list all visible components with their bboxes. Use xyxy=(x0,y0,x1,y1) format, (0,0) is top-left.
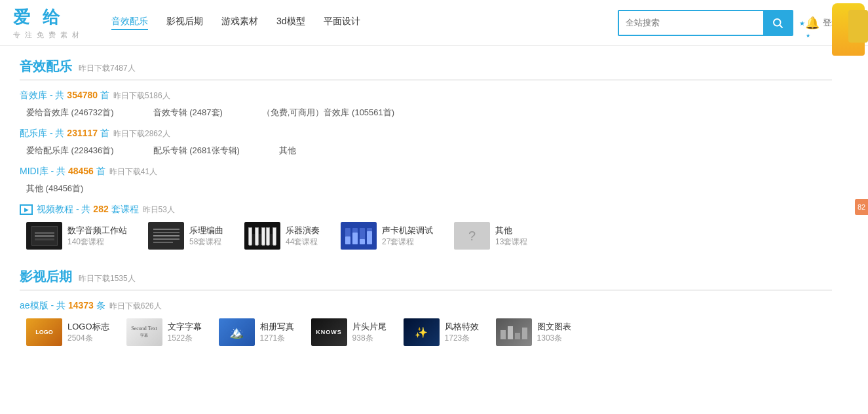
music-lib-header: 配乐库 - 共 231117 首 昨日下载2862人 xyxy=(20,128,832,140)
video-courses-link[interactable]: 视频教程 - 共 282 套课程 xyxy=(37,204,139,216)
main-content: 音效配乐 昨日下载7487人 音效库 - 共 354780 首 昨日下载5186… xyxy=(0,46,852,376)
nav-game[interactable]: 游戏素材 xyxy=(221,16,258,30)
course-name-mixer: 声卡机架调试 xyxy=(382,225,433,236)
course-name-other: 其他 xyxy=(495,225,527,236)
ae-thumb-style: ✨ xyxy=(404,318,440,346)
search-icon xyxy=(772,17,783,29)
ae-thumb-logo: LOGO xyxy=(26,318,62,346)
nav-video[interactable]: 影视后期 xyxy=(166,16,203,30)
music-lib-link-1[interactable]: 配乐专辑 (2681张专辑) xyxy=(153,145,240,157)
video-icon: ▶ xyxy=(20,204,33,215)
sound-section-title: 音效配乐 xyxy=(20,58,72,75)
course-info-piano: 乐器演奏 44套课程 xyxy=(286,225,320,248)
course-thumb-theory xyxy=(148,222,184,250)
course-name-piano: 乐器演奏 xyxy=(286,225,320,236)
ae-item-title[interactable]: KNOWS 片头片尾 938条 xyxy=(311,318,387,346)
sound-lib-link-0[interactable]: 爱给音效库 (246732首) xyxy=(26,107,114,119)
nav-3d[interactable]: 3d模型 xyxy=(276,16,305,30)
svg-line-1 xyxy=(780,25,782,28)
midi-lib-suffix: 首 xyxy=(94,166,105,176)
sound-section-stat: 昨日下载7487人 xyxy=(79,63,136,74)
video-section-title: 影视后期 xyxy=(20,268,72,286)
course-name-daw: 数字音频工作站 xyxy=(67,225,127,236)
course-thumb-daw xyxy=(26,222,62,250)
course-item-other[interactable]: ? 其他 13套课程 xyxy=(454,222,527,250)
sound-lib-subsection: 音效库 - 共 354780 首 昨日下载5186人 爱给音效库 (246732… xyxy=(20,90,832,119)
course-thumb-other: ? xyxy=(454,222,490,250)
header: 爱 给 专 注 免 费 素 材 音效配乐 影视后期 游戏素材 3d模型 平面设计… xyxy=(0,0,868,46)
nav-sound[interactable]: 音效配乐 xyxy=(111,16,148,30)
scroll-badge-text: 82 xyxy=(858,203,865,211)
bell-icon: 🔔 xyxy=(805,16,820,30)
sound-lib-stat: 昨日下载5186人 xyxy=(113,90,170,102)
ae-item-text[interactable]: Second Text字幕 文字字幕 1522条 xyxy=(126,318,202,346)
main-nav: 音效配乐 影视后期 游戏素材 3d模型 平面设计 xyxy=(111,16,360,30)
course-item-theory[interactable]: 乐理编曲 58套课程 xyxy=(148,222,223,250)
music-lib-link[interactable]: 配乐库 - 共 231117 首 xyxy=(20,128,109,140)
ae-stat: 昨日下载626人 xyxy=(109,301,162,312)
ae-name-chart: 图文图表 xyxy=(537,321,571,333)
ae-num: 14373 xyxy=(68,300,94,310)
midi-lib-subsection: MIDI库 - 共 48456 首 昨日下载41人 其他 (48456首) xyxy=(20,166,832,195)
midi-lib-num: 48456 xyxy=(68,166,94,176)
video-section-header: 影视后期 昨日下载1535人 xyxy=(20,268,832,291)
course-count-other: 13套课程 xyxy=(495,236,527,248)
course-count-daw: 140套课程 xyxy=(67,236,127,248)
ae-count-style: 1723条 xyxy=(445,333,479,344)
sound-lib-link-2[interactable]: （免费,可商用）音效库 (105561首) xyxy=(262,107,394,119)
sound-lib-links: 爱给音效库 (246732首) 音效专辑 (2487套) （免费,可商用）音效库… xyxy=(20,107,832,119)
search-button[interactable] xyxy=(763,11,792,35)
ae-name-title: 片头片尾 xyxy=(352,321,387,333)
midi-lib-link-0[interactable]: 其他 (48456首) xyxy=(26,183,83,195)
login-text[interactable]: 登录 xyxy=(823,17,840,29)
course-info-other: 其他 13套课程 xyxy=(495,225,527,248)
ae-count-logo: 2504条 xyxy=(67,333,109,344)
course-item-daw[interactable]: 数字音频工作站 140套课程 xyxy=(26,222,127,250)
course-count-theory: 58套课程 xyxy=(189,236,223,248)
sound-lib-link-1[interactable]: 音效专辑 (2487套) xyxy=(153,107,223,119)
sound-lib-suffix: 首 xyxy=(98,90,109,100)
music-lib-link-2[interactable]: 其他 xyxy=(279,145,296,157)
ae-link[interactable]: ae模版 - 共 14373 条 xyxy=(20,300,105,312)
music-lib-subsection: 配乐库 - 共 231117 首 昨日下载2862人 爱给配乐库 (228436… xyxy=(20,128,832,157)
logo-sub: 专 注 免 费 素 材 xyxy=(13,30,92,40)
ae-count-photo: 1271条 xyxy=(260,333,294,344)
ae-item-chart[interactable]: 图文图表 1303条 xyxy=(496,318,571,346)
music-lib-stat: 昨日下载2862人 xyxy=(113,128,170,140)
svg-point-0 xyxy=(774,19,781,26)
scroll-badge[interactable]: 82 xyxy=(855,199,868,215)
course-item-mixer[interactable]: 声卡机架调试 27套课程 xyxy=(341,222,433,250)
ae-item-style[interactable]: ✨ 风格特效 1723条 xyxy=(404,318,479,346)
ae-count-title: 938条 xyxy=(352,333,387,344)
search-box xyxy=(618,10,793,36)
course-item-piano[interactable]: 乐器演奏 44套课程 xyxy=(244,222,320,250)
ae-item-logo[interactable]: LOGO LOGO标志 2504条 xyxy=(26,318,109,346)
music-lib-link-0[interactable]: 爱给配乐库 (228436首) xyxy=(26,145,114,157)
sound-lib-link[interactable]: 音效库 - 共 354780 首 xyxy=(20,90,109,102)
course-name-theory: 乐理编曲 xyxy=(189,225,223,236)
course-thumb-piano xyxy=(244,222,280,250)
sound-lib-prefix: 音效库 - 共 xyxy=(20,90,67,100)
vc-prefix: 视频教程 - 共 xyxy=(37,204,93,214)
search-area xyxy=(618,10,793,36)
midi-lib-header: MIDI库 - 共 48456 首 昨日下载41人 xyxy=(20,166,832,178)
ae-name-text: 文字字幕 xyxy=(168,321,202,333)
video-section-stat: 昨日下载1535人 xyxy=(79,273,136,284)
search-input[interactable] xyxy=(619,11,763,35)
logo-text[interactable]: 爱 给 xyxy=(13,6,92,29)
ae-subsection: ae模版 - 共 14373 条 昨日下载626人 LOGO LOGO标志 25… xyxy=(20,300,832,346)
course-count-piano: 44套课程 xyxy=(286,236,320,248)
ae-suffix: 条 xyxy=(94,300,105,310)
user-area[interactable]: 🔔 登录 中 xyxy=(805,16,855,30)
logo-area: 爱 给 专 注 免 费 素 材 xyxy=(13,6,92,40)
music-lib-suffix: 首 xyxy=(98,128,109,138)
midi-lib-link[interactable]: MIDI库 - 共 48456 首 xyxy=(20,166,105,178)
midi-lib-links: 其他 (48456首) xyxy=(20,183,832,195)
video-courses-list: 数字音频工作站 140套课程 xyxy=(20,222,832,250)
sound-lib-num: 354780 xyxy=(67,90,98,100)
nav-design[interactable]: 平面设计 xyxy=(324,16,360,30)
ae-item-photo[interactable]: 🏔️ 相册写真 1271条 xyxy=(219,318,294,346)
course-info-daw: 数字音频工作站 140套课程 xyxy=(67,225,127,248)
course-thumb-mixer xyxy=(341,222,377,250)
lang-badge: 中 xyxy=(843,18,855,28)
